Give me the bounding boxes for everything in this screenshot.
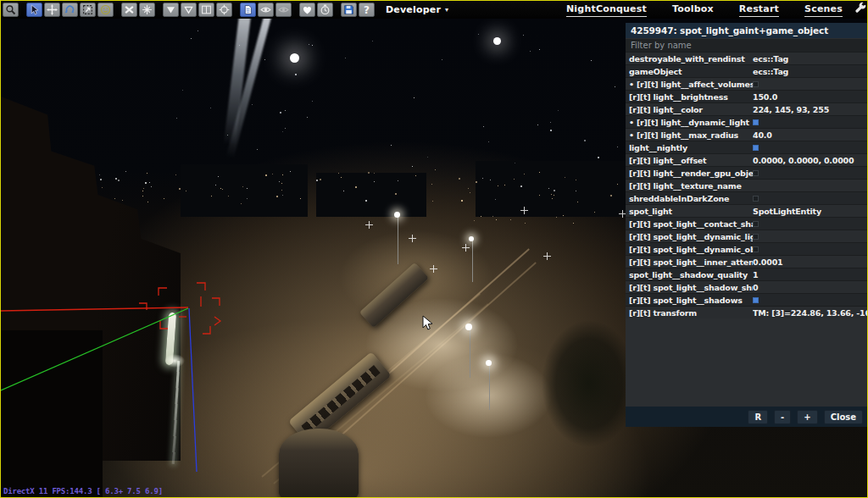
- property-label: [r][t] spot_light__contact_shadows: [626, 219, 753, 229]
- floppy-icon: [343, 4, 354, 15]
- property-value[interactable]: 0.0001: [753, 257, 868, 267]
- property-value[interactable]: 40.0: [753, 130, 868, 140]
- panel-button-close[interactable]: Close: [824, 410, 863, 424]
- document-button[interactable]: [240, 3, 256, 17]
- entity-property-panel: 4259947: spot_light_gaint+game_object de…: [626, 23, 868, 427]
- clock-icon: [320, 4, 331, 15]
- property-row[interactable]: [r][t] spot_light__dynamic_light: [626, 230, 868, 242]
- property-row[interactable]: [r][t] light__color224, 145, 93, 255: [626, 103, 868, 115]
- scale-button[interactable]: [80, 3, 96, 17]
- help-button[interactable]: ?: [359, 3, 375, 17]
- property-value[interactable]: 224, 145, 93, 255: [753, 105, 868, 114]
- property-label: gameObject: [626, 67, 753, 76]
- drop-to-ground-button[interactable]: [163, 3, 179, 17]
- rotate-icon: [64, 4, 75, 15]
- filter-input[interactable]: [626, 39, 868, 52]
- checkbox-checked[interactable]: [753, 119, 759, 125]
- property-row[interactable]: [r][t] light__offset0.0000, 0.0000, 0.00…: [626, 154, 868, 166]
- property-value: [753, 246, 868, 252]
- checkbox-checked[interactable]: [753, 145, 759, 151]
- property-value[interactable]: 1: [753, 270, 868, 279]
- property-row[interactable]: spot_lightSpotLightEntity: [626, 205, 868, 217]
- property-value[interactable]: ecs::Tag: [753, 54, 868, 64]
- smiley-icon: [100, 4, 111, 15]
- property-value[interactable]: ecs::Tag: [753, 67, 868, 76]
- property-row[interactable]: [r][t] spot_light__shadows: [626, 294, 868, 306]
- property-value[interactable]: 150.0: [753, 92, 868, 102]
- property-row[interactable]: [r][t] spot_light__shadow_shrink0: [626, 281, 868, 293]
- property-row[interactable]: • [r][t] light__dynamic_light: [626, 116, 868, 128]
- cursor-icon: [29, 4, 40, 15]
- checkbox-unchecked[interactable]: [753, 81, 759, 87]
- visibility-button[interactable]: [258, 3, 274, 17]
- save-button[interactable]: [341, 3, 357, 17]
- columns-icon: [201, 4, 212, 15]
- checkbox-unchecked[interactable]: [753, 221, 759, 227]
- developer-dropdown[interactable]: Developer ▾: [386, 4, 448, 15]
- svg-text:?: ?: [364, 4, 370, 15]
- move-button[interactable]: [44, 3, 60, 17]
- property-row[interactable]: gameObjectecs::Tag: [626, 65, 868, 77]
- property-value[interactable]: TM: [3]=224.86, 13.66, -168.16: [753, 308, 868, 318]
- zoom-button[interactable]: [3, 3, 19, 17]
- property-label: [r][t] light__render_gpu_objects: [626, 169, 753, 178]
- rotate-button[interactable]: [62, 3, 78, 17]
- target-button[interactable]: [216, 3, 232, 17]
- checkbox-unchecked[interactable]: [753, 196, 759, 202]
- property-label: • [r][t] light__affect_volumes: [626, 80, 753, 89]
- property-value: [753, 196, 868, 202]
- smiley-button[interactable]: [97, 3, 114, 17]
- property-row[interactable]: • [r][t] light__affect_volumes: [626, 78, 868, 90]
- visibility-off-button[interactable]: [275, 3, 292, 17]
- cross-icon: [124, 4, 135, 15]
- panel-empty-area: [626, 318, 868, 407]
- property-value: [753, 221, 868, 227]
- menu-toolbox[interactable]: Toolbox: [672, 3, 714, 16]
- panel-button--[interactable]: -: [774, 410, 791, 424]
- delete-button[interactable]: [121, 3, 137, 17]
- checkbox-checked[interactable]: [753, 297, 759, 303]
- top-menu: NightConquestToolboxRestartScenes: [566, 3, 854, 17]
- property-row[interactable]: [r][t] light__render_gpu_objects: [626, 167, 868, 179]
- property-row[interactable]: [r][t] transformTM: [3]=224.86, 13.66, -…: [626, 307, 868, 318]
- property-row[interactable]: light__nightly: [626, 141, 868, 153]
- property-row[interactable]: shreddableInDarkZone: [626, 192, 868, 204]
- property-row[interactable]: • [r][t] light__max_radius40.0: [626, 129, 868, 141]
- property-value: [753, 145, 868, 151]
- checkbox-unchecked[interactable]: [753, 234, 759, 240]
- property-row[interactable]: [r][t] spot_light__dynamic_obj_shado: [626, 243, 868, 255]
- menu-nightconquest[interactable]: NightConquest: [566, 3, 647, 17]
- settings-wrench-button[interactable]: [854, 2, 867, 18]
- property-row[interactable]: spot_light__shadow_quality1: [626, 268, 868, 280]
- panel-button-r[interactable]: R: [748, 410, 768, 424]
- checkbox-unchecked[interactable]: [753, 170, 759, 176]
- property-row[interactable]: destroyable_with_rendinstecs::Tag: [626, 53, 868, 64]
- panel-button-+[interactable]: +: [797, 410, 817, 424]
- favorites-button[interactable]: [299, 3, 315, 17]
- property-label: [r][t] light__texture_name: [626, 181, 753, 191]
- property-row[interactable]: [r][t] light__brightness150.0: [626, 91, 868, 102]
- history-button[interactable]: [317, 3, 333, 17]
- crosshair-icon: [219, 4, 230, 15]
- document-icon: [242, 4, 253, 15]
- property-row[interactable]: [r][t] light__texture_name: [626, 180, 868, 191]
- property-label: [r][t] transform: [626, 308, 753, 318]
- triangle-outline-icon: [183, 4, 194, 15]
- drop-outline-button[interactable]: [181, 3, 197, 17]
- select-button[interactable]: [26, 3, 42, 17]
- property-label: [r][t] spot_light__dynamic_obj_shado: [626, 245, 753, 254]
- property-value: [753, 297, 868, 303]
- checkbox-unchecked[interactable]: [753, 246, 759, 252]
- split-view-button[interactable]: [198, 3, 214, 17]
- pivot-button[interactable]: [139, 3, 155, 17]
- entity-title: 4259947: spot_light_gaint+game_object: [626, 23, 868, 38]
- menu-restart[interactable]: Restart: [739, 3, 779, 17]
- property-value[interactable]: 0: [753, 283, 868, 292]
- property-value[interactable]: 0.0000, 0.0000, 0.0000: [753, 156, 868, 165]
- property-row[interactable]: [r][t] spot_light__inner_attenuation0.00…: [626, 256, 868, 268]
- property-value[interactable]: SpotLightEntity: [753, 207, 868, 216]
- transform-gizmo[interactable]: [1, 19, 628, 497]
- property-value: [753, 81, 868, 87]
- menu-scenes[interactable]: Scenes: [804, 3, 843, 17]
- property-row[interactable]: [r][t] spot_light__contact_shadows: [626, 218, 868, 230]
